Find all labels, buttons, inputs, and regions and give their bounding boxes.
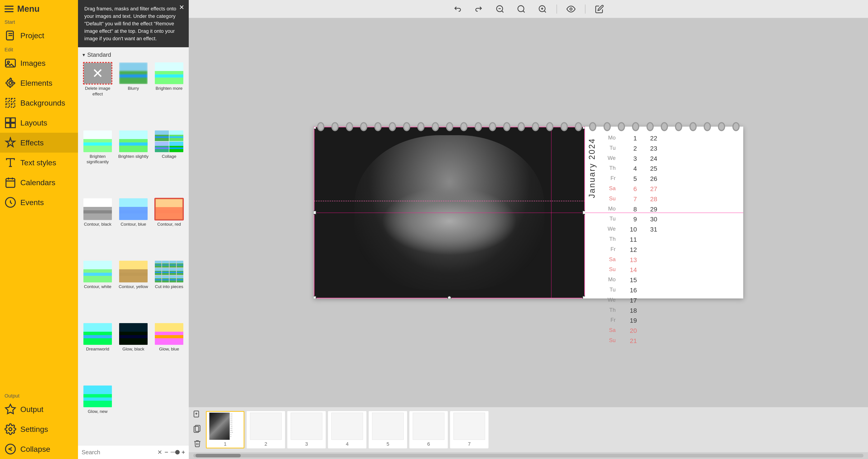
effect-label-brighten-sig: Brighten significantly: [81, 154, 114, 165]
tooltip-box: Drag frames, masks and filter effects on…: [78, 0, 189, 47]
zoom-minus-button[interactable]: [493, 3, 507, 16]
undo-button[interactable]: [450, 3, 465, 16]
cal-row-17: We 17: [601, 296, 737, 306]
day-tu-3: Tu: [601, 285, 619, 296]
effect-blurry[interactable]: Blurry: [116, 61, 151, 128]
sidebar: Menu Start Project Edit Images Elements …: [0, 0, 78, 459]
date-empty-6: [639, 285, 659, 296]
date-empty-7: [639, 296, 659, 306]
search-input[interactable]: [82, 449, 155, 456]
date-19: 19: [619, 316, 639, 326]
thumbnail-1[interactable]: 1 222 233 244 255 266 277 288 299 3010 3…: [206, 411, 244, 448]
zoom-plus-button[interactable]: [535, 3, 550, 16]
scroll-thumb[interactable]: [195, 454, 241, 457]
photo-area[interactable]: [314, 127, 585, 299]
effect-contour-yellow[interactable]: Contour, yellow: [116, 259, 151, 320]
scroll-track[interactable]: [193, 454, 864, 457]
sidebar-item-output[interactable]: Output: [0, 399, 78, 419]
zoom-out-button[interactable]: −: [164, 449, 168, 456]
effect-brighten-more[interactable]: Brighten more: [152, 61, 186, 128]
effect-thumb-contour-yellow: [119, 260, 148, 283]
sidebar-item-effects[interactable]: Effects: [0, 133, 78, 153]
date-28: 28: [639, 194, 659, 205]
effect-label-contour-black: Contour, black: [84, 222, 111, 227]
thumbnail-2[interactable]: 2: [247, 411, 285, 448]
day-sa-1: Sa: [601, 184, 619, 194]
zoom-in-button[interactable]: +: [182, 449, 185, 456]
cal-row-4: Th 4 25: [601, 164, 737, 174]
redo-button[interactable]: [471, 3, 486, 16]
day-su-2: Su: [601, 265, 619, 275]
effect-contour-black[interactable]: Contour, black: [80, 196, 115, 258]
sidebar-item-images[interactable]: Images: [0, 53, 78, 73]
landscape-collage: [155, 130, 183, 152]
calendars-icon: [4, 177, 16, 188]
effect-label-brighten-slightly: Brighten slightly: [118, 154, 149, 159]
effect-contour-red[interactable]: Contour, red: [152, 196, 186, 258]
scrollbar[interactable]: [189, 452, 868, 459]
sidebar-item-elements[interactable]: Elements: [0, 73, 78, 93]
cal-row-10: We 10 31: [601, 224, 737, 235]
sidebar-item-calendars[interactable]: Calendars: [0, 173, 78, 192]
tool-select-button[interactable]: [592, 3, 607, 16]
thumbnail-4[interactable]: 4: [328, 411, 366, 448]
date-24: 24: [639, 154, 659, 164]
thumbnail-6[interactable]: 6: [409, 411, 448, 448]
svg-point-16: [9, 428, 12, 431]
day-we-2: We: [601, 224, 619, 235]
zoom-slider[interactable]: [170, 452, 179, 453]
effect-contour-white[interactable]: Contour, white: [80, 259, 115, 320]
thumb-content-7: [454, 412, 485, 440]
effect-delete-image[interactable]: ✕ Delete image effect: [80, 61, 115, 128]
date-1: 1: [619, 133, 639, 144]
effect-thumb-brighten-sig: [83, 130, 112, 153]
sidebar-item-backgrounds[interactable]: Backgrounds: [0, 93, 78, 113]
cp6: [162, 268, 168, 275]
cp4: [177, 261, 183, 268]
menu-hamburger[interactable]: [4, 6, 13, 12]
search-clear-button[interactable]: ✕: [157, 449, 162, 456]
thumbnail-7[interactable]: 7: [450, 411, 489, 448]
effect-glow-black[interactable]: Glow, black: [116, 321, 151, 383]
thumb-num-6: 6: [427, 441, 430, 447]
thumbnail-3[interactable]: 3: [287, 411, 326, 448]
effect-thumb-brighten-slightly: [119, 130, 148, 153]
effect-brighten-slightly[interactable]: Brighten slightly: [116, 129, 151, 196]
effect-brighten-sig[interactable]: Brighten significantly: [80, 129, 115, 196]
sidebar-item-events[interactable]: Events: [0, 192, 78, 212]
cp2: [162, 261, 168, 268]
strip-delete-button[interactable]: [193, 439, 202, 450]
sidebar-item-settings[interactable]: Settings: [0, 419, 78, 439]
effects-section-header[interactable]: ▾ Standard: [78, 47, 189, 61]
date-4: 4: [619, 164, 639, 174]
effect-contour-blue[interactable]: Contour, blue: [116, 196, 151, 258]
thumb-content-6: [413, 412, 444, 440]
day-we-3: We: [601, 296, 619, 306]
spiral-hole: [360, 122, 367, 131]
effect-glow-blue[interactable]: Glow, blue: [152, 321, 186, 383]
sidebar-item-text-styles[interactable]: Text styles: [0, 153, 78, 173]
strip-dupe-button[interactable]: [193, 425, 202, 435]
x-mark-icon: ✕: [84, 63, 112, 84]
day-fr-2: Fr: [601, 245, 619, 255]
spiral-hole: [518, 122, 525, 131]
sidebar-item-collapse[interactable]: Collapse: [0, 439, 78, 459]
tooltip-close-button[interactable]: ✕: [178, 3, 186, 11]
thumbnail-5[interactable]: 5: [369, 411, 407, 448]
canvas-area[interactable]: January 2024 Mo 1 22 Tu 2 23 We 3: [189, 18, 868, 407]
effect-thumb-contour-white: [83, 260, 112, 283]
effect-cut-pieces[interactable]: Cut into pieces: [152, 259, 186, 320]
spiral-hole: [675, 122, 682, 131]
sidebar-item-project[interactable]: Project: [0, 26, 78, 45]
spiral-hole: [503, 122, 510, 131]
effect-collage[interactable]: Collage: [152, 129, 186, 196]
spiral-hole: [532, 122, 539, 131]
zoom-fit-button[interactable]: [514, 3, 528, 16]
spiral-hole: [661, 122, 668, 131]
effect-glow-new[interactable]: Glow, new: [80, 384, 115, 445]
sidebar-item-layouts[interactable]: Layouts: [0, 113, 78, 133]
effect-dreamworld[interactable]: Dreamworld: [80, 321, 115, 383]
text-styles-icon: [4, 157, 16, 169]
view-toggle-button[interactable]: [564, 3, 578, 16]
strip-add-button[interactable]: [193, 410, 202, 420]
